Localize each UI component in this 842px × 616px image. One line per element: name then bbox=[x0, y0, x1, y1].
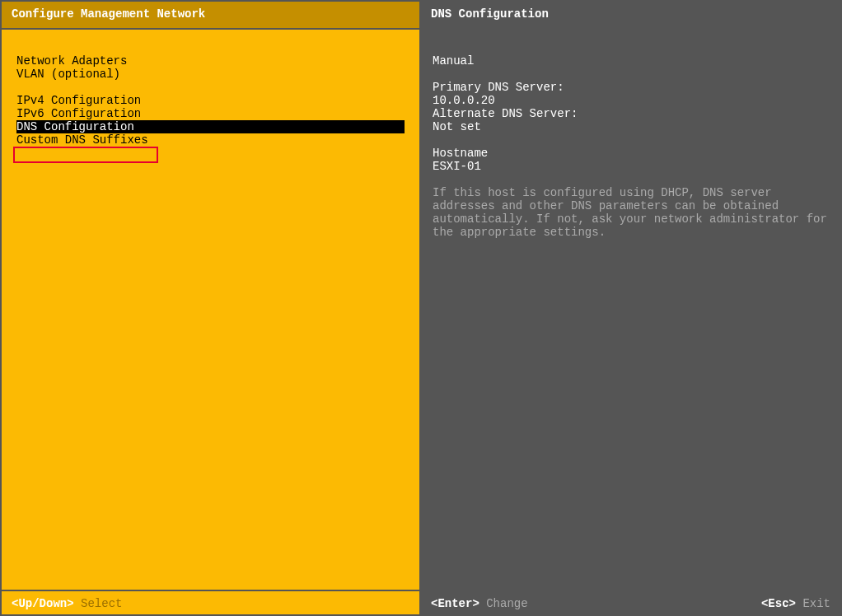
menu-item-vlan[interactable]: VLAN (optional) bbox=[16, 68, 419, 81]
content-row: Network Adapters VLAN (optional) IPv4 Co… bbox=[2, 28, 840, 590]
enter-hint: <Enter> Change bbox=[431, 597, 528, 609]
selection-highlight bbox=[13, 147, 158, 163]
hostname-label: Hostname bbox=[433, 147, 829, 160]
menu-group-adapters: Network Adapters VLAN (optional) bbox=[2, 54, 419, 81]
footer-left: <Up/Down> Select bbox=[2, 591, 421, 614]
esc-hint: <Esc> Exit bbox=[761, 597, 830, 609]
menu-group-config: IPv4 Configuration IPv6 Configuration DN… bbox=[2, 94, 419, 147]
menu-item-dns-config[interactable]: DNS Configuration bbox=[16, 120, 405, 133]
alternate-dns-label: Alternate DNS Server: bbox=[433, 107, 829, 120]
alternate-dns-value: Not set bbox=[433, 120, 829, 133]
footer-right: <Enter> Change <Esc> Exit bbox=[421, 591, 840, 614]
esc-action: Exit bbox=[802, 597, 830, 610]
updown-key: <Up/Down> bbox=[12, 597, 74, 610]
header-left-title: Configure Management Network bbox=[2, 2, 421, 28]
menu-panel: Network Adapters VLAN (optional) IPv4 Co… bbox=[2, 28, 421, 590]
primary-dns-label: Primary DNS Server: bbox=[433, 81, 829, 94]
dns-mode: Manual bbox=[433, 54, 829, 68]
menu-item-ipv6[interactable]: IPv6 Configuration bbox=[2, 107, 419, 120]
dns-mode-block: Manual bbox=[433, 54, 829, 68]
hostname-value: ESXI-01 bbox=[433, 160, 829, 173]
header-row: Configure Management Network DNS Configu… bbox=[2, 2, 840, 28]
footer-row: <Up/Down> Select <Enter> Change <Esc> Ex… bbox=[2, 590, 840, 614]
menu-item-ipv4[interactable]: IPv4 Configuration bbox=[2, 94, 419, 107]
hostname-block: Hostname ESXI-01 bbox=[433, 147, 829, 173]
header-right-title: DNS Configuration bbox=[421, 2, 840, 28]
dns-servers-block: Primary DNS Server: 10.0.0.20 Alternate … bbox=[433, 81, 829, 133]
menu-item-custom-dns-suffixes[interactable]: Custom DNS Suffixes bbox=[2, 133, 419, 147]
enter-action: Change bbox=[486, 597, 527, 610]
enter-key: <Enter> bbox=[431, 597, 479, 610]
updown-action: Select bbox=[81, 597, 122, 610]
help-text: If this host is configured using DHCP, D… bbox=[433, 186, 829, 239]
esxi-config-screen: Configure Management Network DNS Configu… bbox=[0, 0, 842, 616]
menu-item-network-adapters[interactable]: Network Adapters bbox=[16, 54, 419, 68]
esc-key: <Esc> bbox=[761, 597, 796, 610]
details-panel: Manual Primary DNS Server: 10.0.0.20 Alt… bbox=[421, 28, 840, 590]
primary-dns-value: 10.0.0.20 bbox=[433, 94, 829, 107]
